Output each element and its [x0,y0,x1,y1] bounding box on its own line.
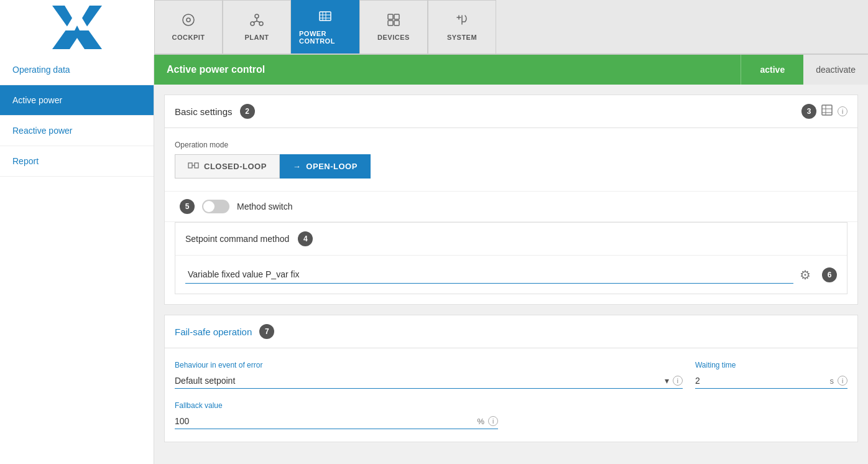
tab-cockpit[interactable]: COCKPIT [154,0,223,53]
svg-rect-18 [394,21,399,26]
behaviour-info-icon[interactable]: i [673,376,683,386]
behaviour-field: Behaviour in event of error Default setp… [175,361,683,389]
tab-power-control-label: POWER CONTROL [299,30,351,45]
method-switch-row: 5 Method switch [165,191,857,222]
setpoint-section: Setpoint command method 4 Variable fixed… [175,222,847,294]
svg-rect-19 [822,105,832,115]
sidebar: Operating data Active power Reactive pow… [0,55,154,464]
behaviour-value-row: Default setpoint ▾ i [175,373,683,389]
content-area: Active power control active deactivate B… [154,55,868,464]
fail-safe-title: Fail-safe operation 7 [175,324,847,339]
svg-point-2 [183,14,194,26]
method-switch-badge: 5 [180,199,195,214]
svg-rect-10 [320,12,331,21]
svg-rect-24 [195,163,198,168]
op-mode-buttons: CLOSED-LOOP → OPEN-LOOP [175,154,847,179]
svg-point-3 [187,18,190,22]
sidebar-item-reactive-power[interactable]: Reactive power [0,116,154,146]
basic-settings-content: Operation mode CLOSED [165,128,857,191]
basic-settings-header: Basic settings 2 3 [165,95,857,128]
svg-rect-16 [394,14,399,19]
main-layout: Operating data Active power Reactive pow… [0,55,868,464]
sidebar-item-active-power[interactable]: Active power [0,85,154,116]
closed-loop-button[interactable]: CLOSED-LOOP [175,154,280,179]
behaviour-label: Behaviour in event of error [175,361,683,369]
method-switch-toggle[interactable] [202,200,229,213]
svg-rect-17 [388,21,393,26]
waiting-time-label: Waiting time [695,361,847,369]
fallback-value: 100 [175,416,473,426]
setpoint-header: Setpoint command method 4 [175,223,847,256]
svg-rect-15 [388,14,393,19]
table-icon[interactable] [821,104,833,118]
cockpit-icon [182,13,195,30]
setpoint-badge: 4 [298,231,313,246]
svg-line-9 [257,21,261,22]
basic-settings-badge: 2 [240,104,255,119]
method-switch-label: Method switch [237,202,292,211]
open-loop-icon: → [293,162,302,171]
plant-icon [250,13,264,30]
waiting-time-field: Waiting time 2 s i [695,361,847,389]
logo-area [0,0,154,55]
page-title: Active power control [154,64,741,75]
tab-devices[interactable]: DEVICES [359,0,428,53]
tab-plant[interactable]: PLANT [223,0,291,53]
devices-icon [387,13,400,30]
tab-plant-label: PLANT [244,34,269,41]
fallback-label: Fallback value [175,401,847,410]
app-container: COCKPIT PLANT [0,0,868,464]
operation-mode-field: Operation mode CLOSED [175,141,847,179]
fallback-unit: % [477,417,484,426]
open-loop-button[interactable]: → OPEN-LOOP [280,154,371,179]
behaviour-dropdown-icon[interactable]: ▾ [665,376,669,386]
content-header: Active power control active deactivate [154,55,868,85]
tab-system[interactable]: SYSTEM [428,0,496,53]
setpoint-title: Setpoint command method [185,234,289,244]
fail-safe-fields-row: Behaviour in event of error Default setp… [175,361,847,389]
svg-rect-23 [188,163,192,168]
fail-safe-badge: 7 [259,324,274,339]
behaviour-value: Default setpoint [175,376,661,386]
sidebar-item-report[interactable]: Report [0,146,154,177]
waiting-time-value-row: 2 s i [695,373,847,389]
fail-safe-section: Fail-safe operation 7 Behaviour in event… [164,315,858,442]
operation-mode-label: Operation mode [175,141,847,149]
svg-point-4 [255,14,259,18]
setpoint-gear-badge: 6 [822,267,837,282]
setpoint-content: Variable fixed value P_var fix ⚙ 6 [175,256,847,294]
deactivate-button[interactable]: deactivate [803,55,868,85]
waiting-time-unit: s [830,376,834,386]
closed-loop-icon [188,160,199,173]
info-icon-basic[interactable]: i [838,106,847,116]
waiting-time-info-icon[interactable]: i [838,376,847,386]
system-icon [455,13,469,30]
setpoint-gear-icon[interactable]: ⚙ [800,267,811,282]
setpoint-dropdown-field: Variable fixed value P_var fix [185,266,793,284]
svg-line-8 [253,21,257,22]
setpoint-dropdown[interactable]: Variable fixed value P_var fix [185,266,793,284]
tab-power-control[interactable]: POWER CONTROL [291,0,359,53]
tab-system-label: SYSTEM [447,34,477,41]
status-badge: active [741,55,803,85]
basic-settings-title: Basic settings 2 [175,104,796,119]
setpoint-dropdown-row: Variable fixed value P_var fix ⚙ 6 [185,266,837,284]
fail-safe-header: Fail-safe operation 7 [165,315,857,348]
basic-settings-section: Basic settings 2 3 [164,95,858,305]
section-badge-3: 3 [801,104,816,119]
section-header-actions: 3 i [796,104,847,119]
fallback-field: Fallback value 100 % i [175,401,847,429]
power-control-icon [318,9,332,26]
tab-devices-label: DEVICES [377,34,410,41]
fallback-info-icon[interactable]: i [488,416,498,426]
fallback-value-row: 100 % i [175,414,498,429]
waiting-time-value: 2 [695,376,826,386]
tab-cockpit-label: COCKPIT [172,34,205,41]
sidebar-item-operating-data[interactable]: Operating data [0,55,154,85]
fail-safe-content: Behaviour in event of error Default setp… [165,348,857,442]
